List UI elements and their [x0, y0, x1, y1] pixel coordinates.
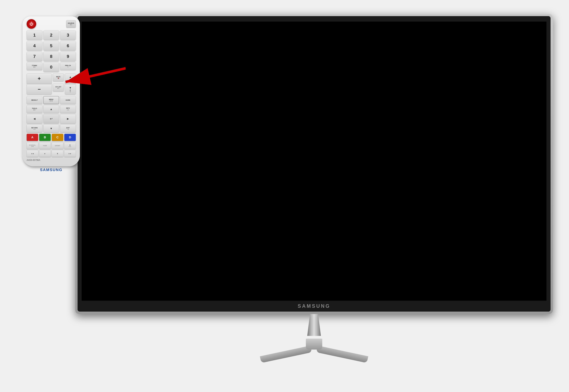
color-buttons-row: A B C D [27, 134, 76, 141]
num-8-button[interactable]: 8 [43, 52, 59, 61]
tv-stand-wrapper: SAMSUNG [75, 14, 553, 352]
rewind-button[interactable]: ◄◄ [27, 150, 38, 157]
pre-ch-button[interactable]: PRE-CH ⊙ [60, 62, 76, 70]
channel-column: ▲ P ⊞ ▼ P ⊞ [65, 73, 76, 95]
remote-top-row: ⏻ SOURCE ⊞⊡ [27, 19, 76, 29]
emanual-button[interactable]: E-MANUAL |◄◄ [27, 142, 38, 149]
up-button[interactable]: ▲ [43, 105, 59, 113]
number-grid: 1 2 3 4 5 6 7 8 9 [27, 30, 76, 61]
num-2-button[interactable]: 2 [43, 30, 59, 40]
vol-ch-section: + − MUTE 🔇 CH LIST ⊞⊡ [27, 73, 76, 95]
tv-stand-center [306, 339, 322, 350]
ok-button[interactable]: ↩ [43, 114, 59, 124]
tv-body: SAMSUNG [75, 14, 553, 314]
return-button[interactable]: RETURN ↩⊡ [27, 125, 42, 132]
remote-body: ⏻ SOURCE ⊞⊡ 1 2 3 4 5 6 7 8 9 [23, 16, 80, 166]
remote-brand-label: SAMSUNG [14, 168, 89, 172]
tv-stand-base [253, 336, 375, 352]
adsubt-button[interactable]: AD/SUBT [52, 142, 63, 149]
tv-stand-leg-right [316, 346, 368, 363]
source-icon: ⊞⊡ [70, 24, 72, 25]
tv-screen [82, 22, 546, 306]
num-9-button[interactable]: 9 [60, 52, 76, 61]
btn-c-yellow[interactable]: C [52, 134, 63, 141]
power-button[interactable]: ⏻ [27, 19, 36, 29]
channel-down-button[interactable]: ▼ P ⊞ [65, 84, 76, 95]
mediap-button[interactable]: MEDIA.P [27, 96, 42, 104]
num-0-button[interactable]: 0 [43, 62, 59, 72]
num-7-button[interactable]: 7 [27, 52, 42, 61]
dpad-section: ◄ ↩ ► [27, 114, 76, 124]
model-number: AA59-00796A [27, 159, 76, 161]
pause-button[interactable]: ⏸ [52, 150, 63, 157]
fast-forward-button[interactable]: ►► [64, 150, 76, 157]
return-down-exit-row: RETURN ↩⊡ ▼ EXIT ⊣⊡ [27, 125, 76, 132]
stop-button[interactable]: ■ ►►| [64, 142, 76, 149]
volume-down-button[interactable]: − [27, 84, 52, 95]
playback-row: ◄◄ ► ⏸ ►► [27, 150, 76, 157]
num-4-button[interactable]: 4 [27, 41, 42, 51]
volume-column: + − [27, 73, 52, 95]
tv-stand-leg-left [260, 346, 312, 363]
guide-button[interactable]: GUIDE [60, 96, 76, 104]
emanual-row: E-MANUAL |◄◄ P.SIZE AD/SUBT ■ ►►| [27, 142, 76, 149]
mediap-menu-guide-row: MEDIA.P MENU ⊞⊡⊞ GUIDE [27, 96, 76, 104]
scene: SAMSUNG ⏻ SOURCE ⊞⊡ [0, 0, 569, 392]
right-button[interactable]: ► [60, 114, 76, 124]
num-3-button[interactable]: 3 [60, 30, 76, 40]
play-button[interactable]: ► [39, 150, 51, 157]
special-row: TTI/MIX ⊞⊡ 0 PRE-CH ⊙ [27, 62, 76, 72]
tools-button[interactable]: TOOLS ⊞⊡ [27, 105, 42, 113]
exit-button[interactable]: EXIT ⊣⊡ [60, 125, 76, 132]
volume-up-button[interactable]: + [27, 73, 52, 84]
btn-b-green[interactable]: B [39, 134, 51, 141]
down-button[interactable]: ▼ [43, 125, 59, 132]
left-button[interactable]: ◄ [27, 114, 42, 124]
source-button[interactable]: SOURCE ⊞⊡ [66, 20, 76, 28]
psize-button[interactable]: P.SIZE [39, 142, 51, 149]
num-1-button[interactable]: 1 [27, 30, 42, 40]
btn-d-blue[interactable]: D [64, 134, 76, 141]
tv-bezel: SAMSUNG [78, 16, 551, 312]
power-icon: ⏻ [29, 22, 33, 26]
menu-button[interactable]: MENU ⊞⊡⊞ [43, 96, 59, 104]
ch-list-button[interactable]: CH LIST ⊞⊡ [53, 84, 64, 91]
tv-brand-label: SAMSUNG [298, 303, 331, 309]
tti-mix-button[interactable]: TTI/MIX ⊞⊡ [27, 62, 42, 70]
source-label: SOURCE [68, 22, 74, 24]
tv-stand-neck [307, 314, 321, 336]
num-5-button[interactable]: 5 [43, 41, 59, 51]
mute-button[interactable]: MUTE 🔇 [53, 73, 64, 81]
remote-container: ⏻ SOURCE ⊞⊡ 1 2 3 4 5 6 7 8 9 [14, 16, 89, 172]
btn-a-red[interactable]: A [27, 134, 38, 141]
tools-up-info-row: TOOLS ⊞⊡ ▲ INFO ⓘ⊡ [27, 105, 76, 113]
tv-bottom-bar: SAMSUNG [78, 301, 551, 312]
info-button[interactable]: INFO ⓘ⊡ [60, 105, 76, 113]
num-6-button[interactable]: 6 [60, 41, 76, 51]
mute-chlist-column: MUTE 🔇 CH LIST ⊞⊡ [53, 73, 64, 91]
channel-up-button[interactable]: ▲ P ⊞ [65, 73, 76, 84]
